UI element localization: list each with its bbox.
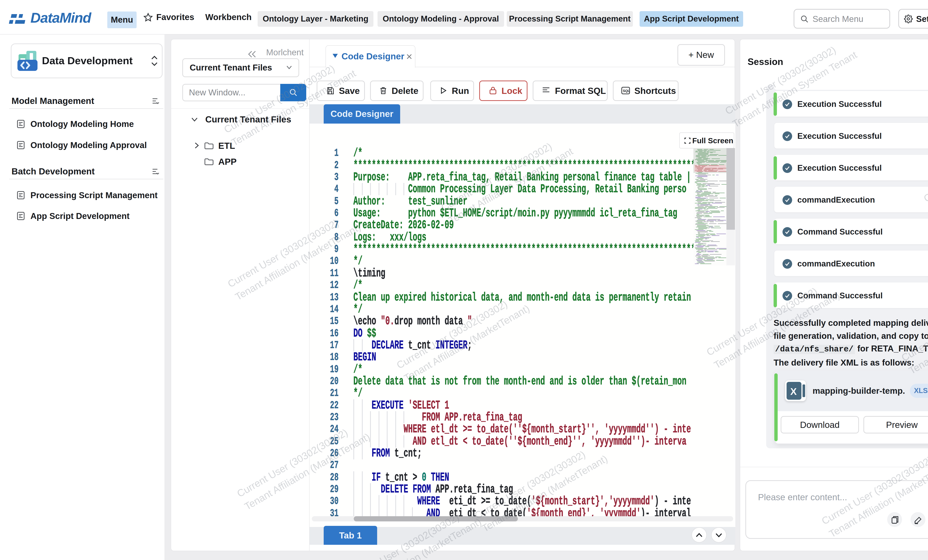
svg-text:SQL: SQL (623, 89, 630, 93)
